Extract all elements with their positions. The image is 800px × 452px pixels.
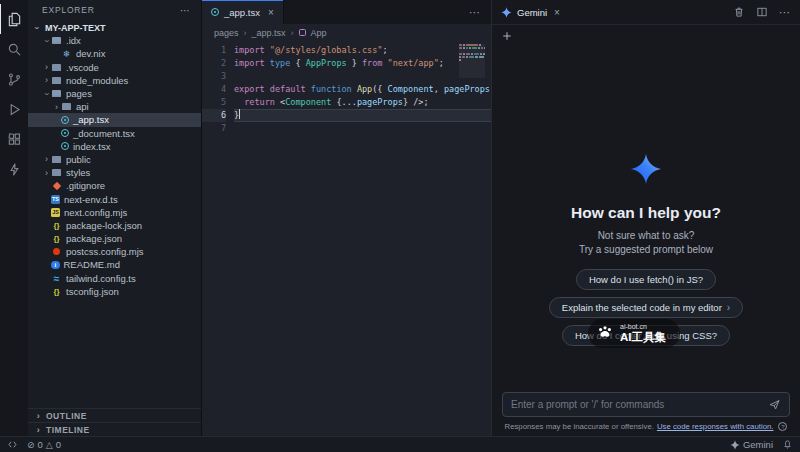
tab-app-tsx[interactable]: _app.tsx ×	[202, 0, 284, 24]
nix-icon	[61, 48, 72, 59]
tree-item-.gitignore[interactable]: .gitignore	[28, 179, 201, 192]
code-line[interactable]: return <Component {...pageProps} />;	[234, 96, 491, 109]
line-number[interactable]: 6	[202, 109, 226, 122]
line-number[interactable]: 5	[202, 96, 226, 109]
run-debug-icon	[7, 102, 22, 117]
tree-item-.vscode[interactable]: ›.vscode	[28, 61, 201, 74]
suggested-prompt-2[interactable]: Explain the selected code in my editor›	[549, 297, 743, 318]
editor-more-actions-icon[interactable]: ⋯	[469, 6, 481, 19]
tree-item-label: .vscode	[66, 62, 99, 73]
activity-extensions[interactable]	[0, 124, 28, 154]
remote-icon[interactable]	[7, 439, 18, 450]
line-number[interactable]: 7	[202, 122, 226, 135]
chevron-icon: ›	[42, 89, 52, 98]
gemini-status-item[interactable]: Gemini	[730, 439, 773, 450]
line-number[interactable]: 1	[202, 44, 226, 57]
tree-item-README.md[interactable]: README.md	[28, 258, 201, 271]
tree-item-package-lock.json[interactable]: package-lock.json	[28, 219, 201, 232]
folder-icon	[51, 75, 62, 86]
help-icon[interactable]: ?	[778, 422, 787, 431]
minimap[interactable]	[459, 44, 485, 436]
tree-item-_app.tsx[interactable]: _app.tsx	[28, 113, 201, 126]
new-chat-plus-icon[interactable]	[501, 30, 513, 42]
split-editor-icon[interactable]	[756, 6, 768, 18]
code-line[interactable]: import type { AppProps } from "next/app"…	[234, 57, 491, 70]
gemini-greeting: How can I help you?	[571, 204, 721, 222]
explorer-more-actions[interactable]: ⋯	[180, 5, 191, 16]
activity-search[interactable]	[0, 34, 28, 64]
activity-source-control[interactable]	[0, 64, 28, 94]
code-line[interactable]	[234, 70, 491, 83]
tab-gemini[interactable]: Gemini ×	[501, 7, 560, 18]
chevron-icon: ›	[52, 102, 61, 112]
text-cursor	[239, 109, 240, 119]
tree-item-.idx[interactable]: ›.idx	[28, 34, 201, 47]
tree-item-_document.tsx[interactable]: _document.tsx	[28, 127, 201, 140]
editor-group: _app.tsx × ⋯ pages › _app.tsx › App 1234…	[202, 0, 491, 436]
problems-indicator[interactable]: ⊘ 0 △ 0	[27, 439, 61, 450]
notifications-bell[interactable]	[782, 438, 793, 451]
breadcrumb-file[interactable]: _app.tsx	[252, 28, 286, 38]
tree-item-label: next-env.d.ts	[64, 194, 118, 205]
line-number[interactable]: 2	[202, 57, 226, 70]
main-area: EXPLORER ⋯ › MY-APP-TEXT ›.idxdev.nix›.v…	[0, 0, 800, 436]
gemini-tab-label: Gemini	[517, 7, 547, 18]
gemini-star-icon	[730, 440, 740, 450]
prompt-input-box[interactable]	[502, 392, 790, 417]
tree-item-package.json[interactable]: package.json	[28, 232, 201, 245]
explorer-sidebar: EXPLORER ⋯ › MY-APP-TEXT ›.idxdev.nix›.v…	[28, 0, 202, 436]
tree-item-tsconfig.json[interactable]: tsconfig.json	[28, 285, 201, 298]
chevron-right-icon: ›	[34, 411, 43, 421]
tree-item-next-env.d.ts[interactable]: next-env.d.ts	[28, 192, 201, 205]
tree-item-label: postcss.config.mjs	[66, 246, 144, 257]
tree-item-label: node_modules	[66, 75, 128, 86]
code-line[interactable]: }	[234, 109, 491, 122]
tree-item-public[interactable]: ›public	[28, 153, 201, 166]
panel-more-actions-icon[interactable]: ⋯	[779, 6, 791, 19]
breadcrumb-symbol[interactable]: App	[311, 28, 327, 38]
close-tab-icon[interactable]: ×	[268, 7, 274, 18]
trash-icon[interactable]	[733, 6, 745, 18]
postcss-icon	[51, 246, 62, 257]
code-line[interactable]	[234, 122, 491, 135]
error-icon: ⊘	[27, 440, 35, 450]
tree-item-api[interactable]: ›api	[28, 100, 201, 113]
breadcrumb-pages[interactable]: pages	[214, 28, 239, 38]
send-icon[interactable]	[768, 398, 781, 411]
caution-link[interactable]: Use code responses with caution.	[657, 422, 774, 431]
prompt-input[interactable]	[511, 399, 762, 410]
disclaimer-text: Responses may be inaccurate or offensive…	[505, 422, 654, 431]
tree-item-postcss.config.mjs[interactable]: postcss.config.mjs	[28, 245, 201, 258]
code-lines[interactable]: import "@/styles/globals.css";import typ…	[234, 44, 491, 436]
suggested-prompt-1[interactable]: How do I use fetch() in JS?	[576, 269, 716, 290]
timeline-label: TIMELINE	[46, 425, 90, 435]
line-number[interactable]: 3	[202, 70, 226, 83]
activity-run-debug[interactable]	[0, 94, 28, 124]
tree-item-node_modules[interactable]: ›node_modules	[28, 74, 201, 87]
tree-item-index.tsx[interactable]: index.tsx	[28, 140, 201, 153]
tree-item-styles[interactable]: ›styles	[28, 166, 201, 179]
watermark: ai-bot.cn AI工具集	[588, 319, 680, 348]
tree-item-next.config.mjs[interactable]: next.config.mjs	[28, 206, 201, 219]
outline-section[interactable]: › OUTLINE	[28, 408, 201, 422]
tree-item-pages[interactable]: ›pages	[28, 87, 201, 100]
activity-explorer[interactable]	[0, 4, 28, 34]
line-number[interactable]: 4	[202, 83, 226, 96]
tree-item-label: next.config.mjs	[64, 207, 127, 218]
gemini-toolbar	[492, 25, 800, 46]
close-panel-icon[interactable]: ×	[554, 7, 560, 18]
ts-icon	[51, 195, 60, 204]
tree-item-dev.nix[interactable]: dev.nix	[28, 47, 201, 60]
code-line[interactable]: import "@/styles/globals.css";	[234, 44, 491, 57]
tree-item-label: pages	[66, 88, 92, 99]
timeline-section[interactable]: › TIMELINE	[28, 422, 201, 436]
chevron-icon: ›	[42, 75, 51, 85]
gemini-logo	[630, 153, 662, 189]
gutter[interactable]: 1234567	[202, 44, 234, 436]
tree-item-label: tailwind.config.ts	[66, 273, 136, 284]
code-line[interactable]: export default function App({ Component,…	[234, 83, 491, 96]
tree-item-tailwind.config.ts[interactable]: tailwind.config.ts	[28, 272, 201, 285]
tree-root-folder[interactable]: › MY-APP-TEXT	[28, 21, 201, 34]
activity-idx[interactable]	[0, 154, 28, 184]
tree-item-label: styles	[66, 167, 90, 178]
